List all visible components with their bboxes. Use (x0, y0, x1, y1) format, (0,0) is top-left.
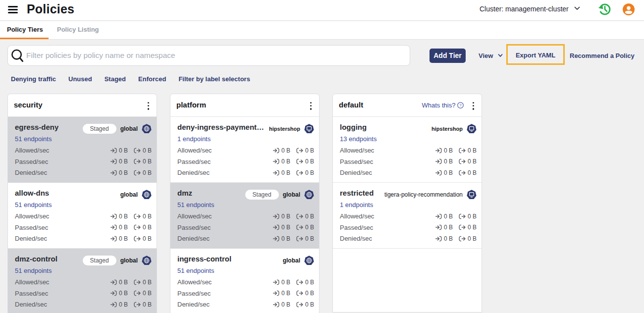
svg-text:?: ? (459, 103, 462, 107)
